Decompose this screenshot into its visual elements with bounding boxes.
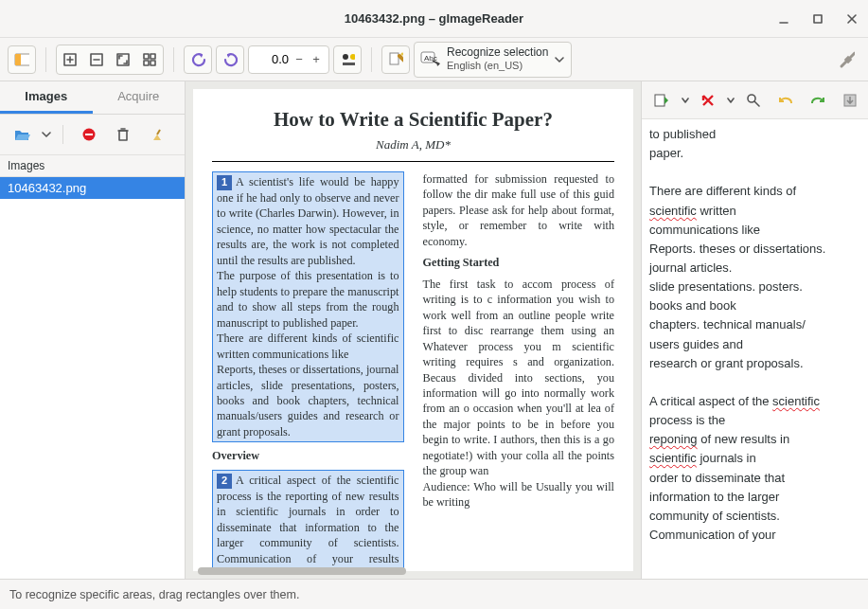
close-button[interactable] bbox=[841, 9, 862, 29]
sources-toolbar bbox=[0, 115, 185, 154]
window-controls bbox=[773, 9, 862, 29]
clear-button[interactable] bbox=[143, 120, 171, 149]
zoom-original-button[interactable] bbox=[136, 45, 163, 74]
col2-para-a: formatted for submission requested to fo… bbox=[423, 171, 615, 249]
getting-started-heading: Getting Started bbox=[423, 255, 615, 270]
strip-linebreaks-button[interactable] bbox=[695, 86, 721, 115]
page-controls-button[interactable] bbox=[333, 45, 362, 74]
recognize-line1: Recognize selection bbox=[447, 46, 548, 60]
separator bbox=[173, 47, 174, 72]
rotate-left-button[interactable] bbox=[184, 45, 212, 74]
zoom-in-button[interactable] bbox=[57, 45, 83, 74]
status-text: To recognize specific areas, drag rectan… bbox=[9, 588, 299, 601]
output-line: Communication of your bbox=[649, 526, 860, 545]
rotation-spin[interactable]: − + bbox=[248, 45, 329, 74]
source-tabs: Images Acquire bbox=[0, 81, 185, 115]
spin-plus[interactable]: + bbox=[308, 52, 325, 66]
output-line: journal articles. bbox=[649, 259, 860, 278]
output-line: scientific written bbox=[649, 202, 860, 221]
document-page: How to Write a Scientific Paper? Nadim A… bbox=[193, 89, 633, 571]
svg-rect-23 bbox=[390, 53, 399, 64]
delete-button[interactable] bbox=[109, 120, 137, 149]
file-item[interactable]: 10463432.png bbox=[0, 177, 185, 199]
output-line: books and book bbox=[649, 296, 860, 315]
chevron-down-icon[interactable] bbox=[42, 130, 51, 139]
output-line: paper. bbox=[649, 144, 860, 163]
svg-rect-16 bbox=[144, 54, 149, 59]
images-heading: Images bbox=[0, 154, 185, 177]
output-line: users guides and bbox=[649, 335, 860, 354]
recognize-line2: English (en_US) bbox=[447, 60, 548, 72]
sources-pane: Images Acquire Images 10463432.png bbox=[0, 81, 186, 579]
output-line: slide presentations. posters. bbox=[649, 278, 860, 296]
scrollbar-thumb[interactable] bbox=[198, 567, 406, 575]
output-line: information to the larger bbox=[649, 488, 860, 507]
tab-images[interactable]: Images bbox=[0, 81, 93, 114]
svg-rect-19 bbox=[151, 61, 155, 65]
svg-rect-1 bbox=[814, 15, 822, 23]
output-line: community of scientists. bbox=[649, 507, 860, 526]
separator bbox=[62, 125, 63, 144]
autodetect-button[interactable] bbox=[381, 45, 410, 74]
overview-heading: Overview bbox=[212, 448, 404, 463]
output-toolbar bbox=[642, 81, 868, 119]
minimize-button[interactable] bbox=[773, 9, 794, 29]
preferences-button[interactable] bbox=[832, 45, 860, 74]
column-left: 1A scientist's life would be happy one i… bbox=[212, 171, 404, 571]
language-icon: Abc bbox=[420, 49, 441, 70]
redo-button[interactable] bbox=[805, 86, 831, 115]
selection-2-text: A critical aspect of the scientific proc… bbox=[217, 474, 399, 571]
file-list[interactable]: 10463432.png bbox=[0, 177, 185, 579]
insert-mode-button[interactable] bbox=[647, 86, 676, 115]
svg-rect-35 bbox=[655, 95, 664, 106]
svg-rect-18 bbox=[144, 61, 149, 65]
output-line: Reports. theses or dissertations. bbox=[649, 240, 860, 259]
find-replace-button[interactable] bbox=[740, 86, 767, 115]
col2-para-b: The first task to accom process of writi… bbox=[423, 277, 615, 510]
remove-button[interactable] bbox=[75, 120, 103, 149]
output-line: chapters. technical manuals/ bbox=[649, 315, 860, 334]
zoom-fit-button[interactable] bbox=[110, 45, 136, 74]
tab-acquire[interactable]: Acquire bbox=[93, 81, 186, 114]
svg-rect-30 bbox=[85, 134, 93, 135]
chevron-down-icon bbox=[554, 54, 565, 65]
svg-point-21 bbox=[350, 54, 355, 60]
chevron-down-icon[interactable] bbox=[727, 97, 735, 104]
svg-point-20 bbox=[343, 54, 348, 60]
output-line: scientific journals in bbox=[649, 449, 860, 468]
selection-1-badge: 1 bbox=[217, 175, 232, 190]
zoom-group bbox=[56, 45, 164, 75]
output-line: process is the bbox=[649, 411, 860, 430]
titlebar: 10463432.png – gImageReader bbox=[0, 0, 868, 38]
columns: 1A scientist's life would be happy one i… bbox=[212, 171, 614, 571]
horizontal-scrollbar[interactable] bbox=[193, 567, 633, 577]
zoom-out-button[interactable] bbox=[83, 45, 110, 74]
image-viewer[interactable]: How to Write a Scientific Paper? Nadim A… bbox=[186, 81, 641, 579]
svg-rect-17 bbox=[151, 54, 155, 59]
open-button[interactable] bbox=[8, 120, 36, 149]
output-text[interactable]: to published paper. There are different … bbox=[642, 119, 868, 579]
save-output-button[interactable] bbox=[837, 86, 863, 115]
output-line: reponing of new results in bbox=[649, 430, 860, 449]
spin-minus[interactable]: − bbox=[291, 52, 308, 66]
output-line: A critical aspect of the scientific bbox=[649, 392, 860, 411]
toggle-output-pane-button[interactable] bbox=[8, 45, 36, 74]
window-title: 10463432.png – gImageReader bbox=[345, 11, 523, 26]
output-line: order to disseminate that bbox=[649, 469, 860, 488]
rotation-input[interactable] bbox=[253, 51, 291, 67]
undo-button[interactable] bbox=[772, 86, 799, 115]
output-line: research or grant proposals. bbox=[649, 354, 860, 373]
selection-1[interactable]: 1A scientist's life would be happy one i… bbox=[212, 171, 404, 443]
rotate-right-button[interactable] bbox=[216, 45, 244, 74]
separator bbox=[45, 47, 46, 72]
chevron-down-icon[interactable] bbox=[682, 97, 689, 104]
svg-line-37 bbox=[754, 101, 759, 106]
svg-line-34 bbox=[157, 130, 160, 134]
recognize-dropdown[interactable]: Abc Recognize selection English (en_US) bbox=[414, 42, 572, 78]
selection-2[interactable]: 2A critical aspect of the scientific pro… bbox=[212, 470, 404, 571]
selection-2-badge: 2 bbox=[217, 474, 232, 489]
maximize-button[interactable] bbox=[807, 9, 828, 29]
recognize-label: Recognize selection English (en_US) bbox=[447, 46, 548, 71]
output-line: communications like bbox=[649, 221, 860, 240]
output-line: to published bbox=[649, 125, 860, 144]
